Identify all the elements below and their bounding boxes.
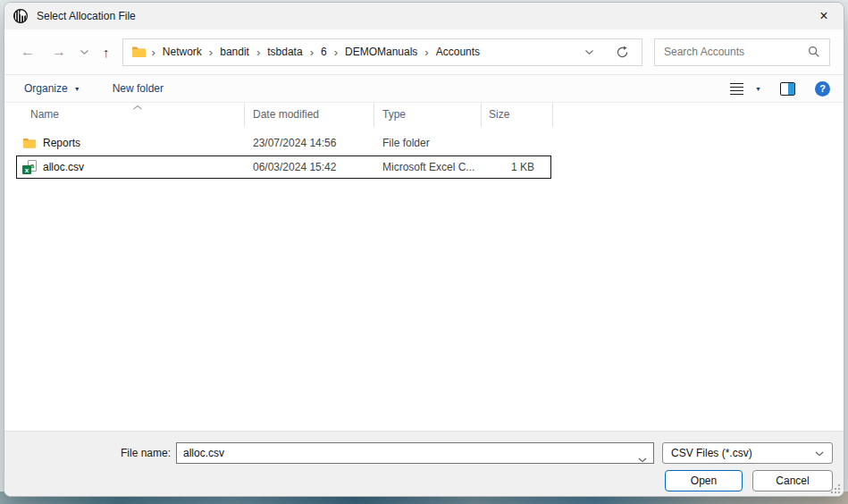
breadcrumb-tsbdata[interactable]: tsbdata	[265, 46, 304, 58]
search-icon	[808, 46, 820, 58]
column-header-date-modified[interactable]: Date modified	[245, 103, 374, 127]
refresh-icon[interactable]	[616, 46, 629, 59]
folder-icon	[131, 46, 147, 58]
breadcrumb-separator: ›	[152, 46, 155, 59]
column-header-name[interactable]: Name	[16, 103, 245, 127]
file-type: Microsoft Excel C...	[374, 161, 482, 173]
file-list: Reports 23/07/2024 14:56 File folder a x…	[4, 127, 844, 407]
app-icon	[13, 8, 29, 24]
views-caret-icon[interactable]: ▼	[755, 86, 761, 92]
address-bar[interactable]: › Network › bandit › tsbdata › 6 › DEMOM…	[122, 38, 643, 66]
search-box[interactable]	[654, 38, 830, 66]
breadcrumb-6[interactable]: 6	[319, 46, 329, 58]
folder-icon	[22, 137, 37, 149]
organize-caret-icon: ▼	[74, 86, 80, 92]
address-dropdown-chevron-icon[interactable]	[584, 49, 594, 55]
navigation-bar: ← → ↑ › Network › bandit › tsbdata › 6 ›	[4, 29, 844, 75]
recent-locations-chevron-icon[interactable]	[80, 49, 89, 55]
breadcrumb-separator: ›	[209, 46, 213, 59]
preview-pane-icon[interactable]	[780, 82, 795, 96]
breadcrumb-accounts[interactable]: Accounts	[434, 46, 482, 58]
organize-button[interactable]: Organize ▼	[24, 82, 80, 95]
excel-csv-icon: a x	[22, 160, 37, 174]
file-type-value: CSV Files (*.csv)	[671, 447, 752, 459]
dialog-title: Select Allocation File	[37, 10, 136, 22]
dialog-footer: File name: CSV Files (*.csv) Open Cancel	[4, 431, 844, 496]
search-input[interactable]	[664, 46, 808, 58]
up-icon[interactable]: ↑	[103, 46, 110, 59]
title-bar: Select Allocation File ×	[4, 3, 844, 29]
select-allocation-file-dialog: Select Allocation File × ← → ↑ › Network…	[4, 2, 844, 497]
file-name-combobox	[176, 442, 654, 464]
open-button[interactable]: Open	[665, 470, 743, 491]
help-button[interactable]: ?	[815, 81, 830, 97]
views-list-icon[interactable]	[730, 83, 743, 95]
file-name-label: File name:	[4, 447, 171, 459]
breadcrumb-separator: ›	[424, 46, 428, 59]
command-bar: Organize ▼ New folder ▼ ?	[4, 75, 844, 103]
breadcrumb-separator: ›	[334, 46, 338, 59]
file-type-select[interactable]: CSV Files (*.csv)	[662, 442, 833, 464]
file-row-alloc-csv[interactable]: a x alloc.csv 06/03/2024 15:42 Microsoft…	[16, 155, 551, 179]
sort-ascending-icon	[132, 101, 143, 113]
file-name: Reports	[43, 137, 80, 149]
file-name: alloc.csv	[43, 161, 84, 173]
breadcrumb-separator: ›	[256, 46, 260, 59]
cancel-button[interactable]: Cancel	[752, 470, 833, 491]
help-icon: ?	[819, 83, 826, 94]
file-name-dropdown-chevron-icon[interactable]	[638, 450, 647, 466]
breadcrumb-separator: ›	[310, 46, 314, 59]
new-folder-button[interactable]: New folder	[113, 82, 164, 95]
file-type-chevron-icon	[815, 447, 824, 459]
new-folder-label: New folder	[113, 82, 164, 95]
file-type: File folder	[374, 137, 482, 149]
resize-grip[interactable]	[831, 484, 840, 493]
column-header-row: Name Date modified Type Size	[4, 103, 844, 127]
column-header-size[interactable]: Size	[482, 103, 553, 127]
breadcrumb-bandit[interactable]: bandit	[218, 46, 251, 58]
organize-label: Organize	[24, 82, 68, 95]
file-name-input[interactable]	[176, 442, 654, 464]
close-icon: ×	[819, 8, 827, 24]
forward-icon[interactable]: →	[52, 45, 66, 59]
file-size: 1 KB	[482, 161, 543, 173]
file-date-modified: 23/07/2024 14:56	[245, 137, 374, 149]
breadcrumb-network[interactable]: Network	[161, 46, 204, 58]
column-header-type[interactable]: Type	[374, 103, 482, 127]
breadcrumb-demomanuals[interactable]: DEMOManuals	[343, 46, 419, 58]
file-row-reports[interactable]: Reports 23/07/2024 14:56 File folder	[16, 131, 551, 155]
back-icon[interactable]: ←	[21, 45, 35, 59]
close-button[interactable]: ×	[804, 3, 844, 29]
file-date-modified: 06/03/2024 15:42	[245, 161, 374, 173]
